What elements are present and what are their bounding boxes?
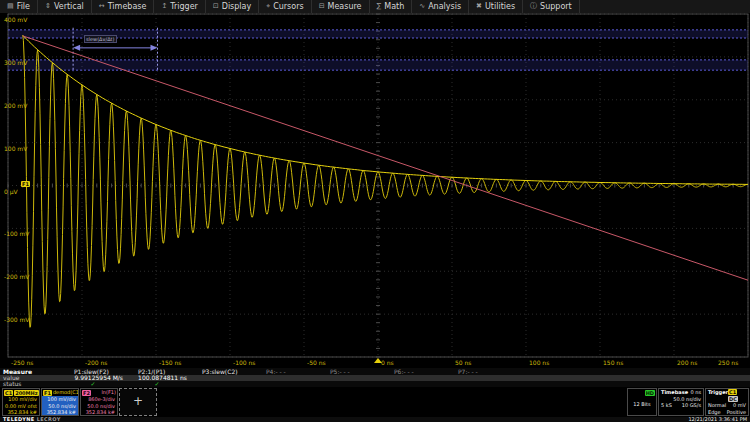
menu-item-math[interactable]: ∑Math [370, 0, 413, 13]
menu-item-label: Cursors [273, 2, 303, 11]
menu-item-support[interactable]: ⓘSupport [523, 0, 580, 13]
x-axis-tick-label: 200 ns [677, 359, 697, 367]
hd-mode-box[interactable]: HD 12 Bits [627, 388, 657, 416]
timebase-rate: 10 GS/s [682, 402, 701, 409]
y-axis-tick-label: 200 mV [4, 102, 27, 109]
f1-vertical-scale: 100 mV/div [42, 396, 78, 403]
channel-descriptor-c1[interactable]: C1200MHzDC1M 100 mV/div 0.00 mV ofst 352… [2, 388, 40, 416]
y-axis-tick-label: -200 mV [4, 273, 29, 280]
brand-logo: TELEDYNELECROY [0, 417, 61, 422]
datetime-label: 12/21/2021 3:36:41 PM [688, 417, 750, 422]
c1-id-badge: C1 [4, 390, 13, 396]
measure-table: Measure P1:slew(F2) P2:1/(P1) P3:slew(C2… [0, 368, 750, 387]
x-axis-tick-label: 0 ns [381, 359, 394, 367]
x-axis-tick-label: 100 ns [529, 359, 549, 367]
timebase-icon: ↔ [99, 0, 105, 13]
measure-param-p7[interactable]: P7:- - - [445, 368, 509, 375]
timebase-samples: 5 kS [661, 402, 672, 409]
measure-param-p4[interactable]: P4:- - - [253, 368, 317, 375]
measure-param-p5[interactable]: P5:- - - [317, 368, 381, 375]
measure-status-p1: ✓ [61, 381, 125, 387]
file-icon: ▤ [7, 0, 14, 13]
y-axis-tick-label: 400 mV [4, 16, 27, 23]
display-icon: ⊡ [213, 0, 219, 13]
waveform-canvas [0, 13, 750, 358]
menu-item-label: Trigger [170, 2, 198, 11]
menu-item-label: Analysis [428, 2, 461, 11]
f2-sweeps: 352.834 k# [81, 409, 117, 416]
f1-function-label: demod(C1) [53, 389, 79, 396]
measure-status-p2: ✓ [125, 381, 189, 387]
menu-item-cursors[interactable]: ⌖Cursors [259, 0, 311, 13]
c1-bandwidth-badge: 200MHz [14, 390, 39, 396]
x-axis-tick-label: -200 ns [85, 359, 107, 367]
trigger-type: Edge [708, 409, 721, 416]
c1-sweeps: 352.834 k# [3, 409, 39, 416]
math-descriptor-f2[interactable]: F2ln(F1) 860e-3/div 50.0 ns/div 352.834 … [80, 388, 118, 416]
measure-status-p6 [381, 381, 445, 387]
y-axis-tick-label: -300 mV [4, 316, 29, 323]
f2-id-badge: F2 [82, 390, 91, 396]
measure-param-p6[interactable]: P6:- - - [381, 368, 445, 375]
x-axis-tick-label: -50 ns [307, 359, 326, 367]
descriptor-bar: C1200MHzDC1M 100 mV/div 0.00 mV ofst 352… [0, 388, 750, 417]
add-trace-plus-icon: + [120, 389, 156, 414]
f1-zero-level-marker[interactable]: F1 [21, 181, 30, 187]
menu-bar: ▤File ⇕Vertical ↔Timebase ↥Trigger ⊡Disp… [0, 0, 750, 13]
x-axis-tick-label: 50 ns [455, 359, 471, 367]
menu-item-label: Support [540, 2, 572, 11]
trigger-source-badge: C1 [728, 389, 737, 395]
menu-item-utilities[interactable]: ✖Utilities [469, 0, 523, 13]
hd-badge: HD [645, 390, 655, 396]
oscilloscope-screen: ▤File ⇕Vertical ↔Timebase ↥Trigger ⊡Disp… [0, 0, 750, 422]
trigger-icon: ↥ [161, 0, 167, 13]
f2-function-label: ln(F1) [101, 389, 116, 396]
y-axis-tick-label: 0 μV [4, 188, 18, 195]
vertical-icon: ⇕ [45, 0, 51, 13]
menu-item-label: Utilities [485, 2, 515, 11]
menu-item-label: Display [222, 2, 252, 11]
f1-id-badge: F1 [43, 390, 52, 396]
math-descriptor-f1[interactable]: F1demod(C1) 100 mV/div 50.0 ns/div 352.8… [41, 388, 79, 416]
menu-item-label: File [17, 2, 30, 11]
waveform-display[interactable]: 400 mV300 mV200 mV100 mV0 μV-100 mV-200 … [0, 13, 750, 358]
trigger-position-marker[interactable] [374, 358, 382, 363]
measure-status-row: status ✓ ✓ [0, 381, 750, 387]
measure-icon: ⊟ [319, 0, 325, 13]
y-axis-tick-label: 100 mV [4, 145, 27, 152]
menu-item-file[interactable]: ▤File [0, 0, 38, 13]
y-axis-tick-label: -100 mV [4, 230, 29, 237]
measure-status-p7 [445, 381, 509, 387]
trigger-coupling-badge: DC [728, 396, 738, 402]
menu-item-label: Vertical [54, 2, 84, 11]
menu-item-measure[interactable]: ⊟Measure [312, 0, 370, 13]
c1-vertical-scale: 100 mV/div [3, 396, 39, 403]
timebase-box[interactable]: Timebase0 ns 50.0 ns/div 5 kS10 GS/s [658, 388, 704, 416]
cursors-icon: ⌖ [266, 0, 270, 13]
x-axis-tick-label: 250 ns [718, 359, 738, 367]
y-axis-tick-label: 300 mV [4, 59, 27, 66]
x-axis-tick-label: -150 ns [159, 359, 181, 367]
menu-item-label: Measure [328, 2, 362, 11]
x-axis-labels: -250 ns-200 ns-150 ns-100 ns-50 ns0 ns50… [0, 358, 750, 368]
menu-item-analysis[interactable]: ∿Analysis [412, 0, 469, 13]
hd-bits-label: 12 Bits [628, 401, 656, 408]
x-axis-tick-label: -250 ns [11, 359, 33, 367]
menu-item-trigger[interactable]: ↥Trigger [154, 0, 205, 13]
trigger-box[interactable]: TriggerC1DC Normal0 mV EdgePositive [705, 388, 749, 416]
add-trace-box[interactable]: + [119, 388, 157, 416]
status-bar: TELEDYNELECROY 12/21/2021 3:36:41 PM [0, 417, 750, 422]
menu-item-label: Math [384, 2, 404, 11]
support-icon: ⓘ [530, 0, 537, 13]
x-axis-tick-label: -100 ns [233, 359, 255, 367]
trigger-slope: Positive [727, 409, 746, 416]
menu-item-timebase[interactable]: ↔Timebase [92, 0, 155, 13]
x-axis-tick-label: 150 ns [603, 359, 623, 367]
menu-item-vertical[interactable]: ⇕Vertical [38, 0, 92, 13]
trigger-title: Trigger [708, 389, 728, 402]
menu-item-label: Timebase [108, 2, 147, 11]
measure-param-p3[interactable]: P3:slew(C2) [189, 368, 253, 375]
menu-item-display[interactable]: ⊡Display [206, 0, 259, 13]
analysis-icon: ∿ [419, 0, 425, 13]
slew-annotation-label: slew(Δv/Δt) [84, 35, 117, 43]
